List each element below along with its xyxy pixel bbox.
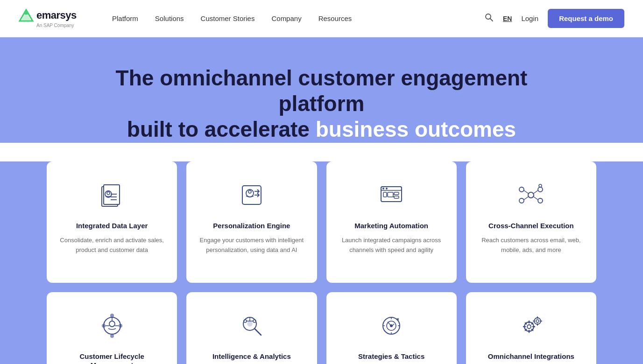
card-icon-marketing-automation [374, 178, 408, 212]
svg-rect-21 [388, 192, 393, 197]
card-title-marketing-automation: Marketing Automation [354, 221, 428, 231]
card-icon-personalization-engine [235, 178, 269, 212]
language-selector[interactable]: EN [503, 15, 512, 22]
svg-rect-22 [394, 192, 399, 195]
svg-point-39 [110, 314, 114, 317]
card-personalization-engine: Personalization Engine Engage your custo… [186, 161, 317, 283]
svg-point-14 [248, 190, 251, 193]
card-marketing-automation: Marketing Automation Launch integrated c… [326, 161, 457, 283]
hero-title-line1: The omnichannel customer engagement plat… [116, 66, 528, 116]
svg-line-55 [388, 322, 390, 325]
card-icon-strategies-tactics [374, 309, 408, 343]
card-desc-personalization-engine: Engage your customers with intelligent p… [199, 236, 304, 255]
cards-row-1: Integrated Data Layer Consolidate, enric… [47, 161, 596, 283]
svg-line-35 [533, 196, 538, 200]
logo-subtitle: An SAP Company [36, 23, 84, 28]
logo-text: emarsys [36, 9, 77, 21]
card-omnichannel-integrations: Omnichannel Integrations Enhance persona… [466, 292, 596, 364]
svg-line-48 [254, 329, 261, 335]
svg-point-29 [538, 187, 543, 192]
nav-right: EN Login Request a demo [484, 9, 624, 28]
svg-line-32 [524, 190, 529, 194]
nav-item-resources[interactable]: Resources [318, 14, 352, 22]
request-demo-button[interactable]: Request a demo [548, 9, 624, 28]
svg-point-65 [527, 325, 531, 329]
card-icon-omnichannel-integrations [514, 309, 548, 343]
card-title-customer-lifecycle: Customer Lifecycle Management [60, 352, 164, 364]
svg-point-42 [119, 324, 122, 328]
logo-area: emarsys An SAP Company [19, 9, 84, 28]
search-icon[interactable] [484, 13, 494, 24]
card-desc-integrated-data-layer: Consolidate, enrich and activate sales, … [60, 236, 164, 255]
card-customer-lifecycle-management: Customer Lifecycle Management Accelerate… [47, 292, 177, 364]
svg-point-41 [102, 324, 106, 328]
card-title-integrated-data-layer: Integrated Data Layer [76, 221, 148, 231]
svg-point-40 [110, 334, 114, 338]
card-icon-customer-lifecycle [95, 309, 129, 343]
svg-rect-26 [383, 192, 387, 197]
hero-title: The omnichannel customer engagement plat… [112, 65, 532, 143]
emarsys-logo-icon [19, 9, 34, 22]
svg-point-75 [536, 320, 539, 322]
svg-point-47 [247, 322, 252, 326]
hero-section: The omnichannel customer engagement plat… [0, 37, 643, 143]
card-integrated-data-layer: Integrated Data Layer Consolidate, enric… [47, 161, 177, 283]
cards-section: Integrated Data Layer Consolidate, enric… [0, 161, 643, 364]
card-cross-channel-execution: Cross-Channel Execution Reach customers … [466, 161, 596, 283]
card-icon-intelligence-analytics [235, 309, 269, 343]
card-desc-cross-channel-execution: Reach customers across email, web, mobil… [479, 236, 583, 255]
svg-point-57 [390, 324, 393, 327]
card-title-omnichannel-integrations: Omnichannel Integrations [488, 352, 574, 361]
nav-item-platform[interactable]: Platform [112, 14, 138, 22]
card-title-intelligence-analytics: Intelligence & Analytics [212, 352, 291, 361]
card-title-strategies-tactics: Strategies & Tactics [358, 352, 424, 361]
svg-point-19 [382, 188, 384, 189]
svg-point-28 [519, 187, 524, 192]
svg-rect-23 [394, 196, 399, 198]
svg-point-38 [109, 321, 115, 327]
card-icon-cross-channel-execution [514, 178, 548, 212]
nav-item-company[interactable]: Company [271, 14, 301, 22]
svg-point-31 [538, 198, 543, 203]
hero-title-line2: built to accelerate [127, 117, 316, 141]
svg-line-34 [524, 196, 529, 200]
svg-point-27 [528, 192, 534, 198]
nav-item-customer-stories[interactable]: Customer Stories [201, 14, 255, 22]
svg-point-74 [534, 318, 541, 324]
logo-top: emarsys [19, 9, 84, 22]
card-title-personalization-engine: Personalization Engine [213, 221, 290, 231]
card-desc-marketing-automation: Launch integrated campaigns across chann… [339, 236, 444, 255]
nav-item-solutions[interactable]: Solutions [155, 14, 184, 22]
card-strategies-tactics: Strategies & Tactics Deploy pre-built, c… [326, 292, 457, 364]
hero-title-highlight: business outcomes [316, 117, 516, 141]
card-title-cross-channel-execution: Cross-Channel Execution [488, 221, 574, 231]
svg-line-33 [533, 190, 538, 194]
svg-point-30 [519, 198, 524, 203]
nav-links: Platform Solutions Customer Stories Comp… [112, 14, 484, 22]
card-intelligence-analytics: Intelligence & Analytics Make smart, qui… [186, 292, 317, 364]
cards-row-2: Customer Lifecycle Management Accelerate… [47, 292, 596, 364]
svg-line-4 [490, 19, 493, 21]
login-button[interactable]: Login [521, 14, 538, 22]
card-icon-integrated-data-layer [95, 178, 129, 212]
svg-point-20 [386, 188, 388, 189]
navbar: emarsys An SAP Company Platform Solution… [0, 0, 643, 37]
